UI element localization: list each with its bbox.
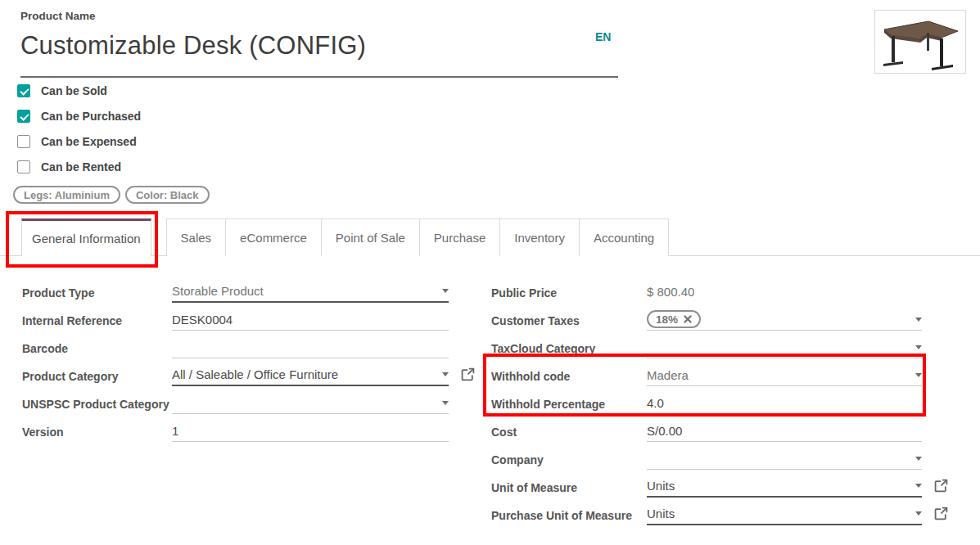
fields-left-column: Product Type Storable Product Internal R…	[22, 281, 449, 448]
chevron-down-icon	[442, 289, 449, 293]
external-link-icon[interactable]	[934, 479, 948, 493]
variant-tag-color[interactable]: Color: Black	[125, 186, 210, 204]
tab-ecommerce[interactable]: eCommerce	[225, 218, 322, 256]
variant-tags: Legs: Aluminium Color: Black	[13, 186, 215, 204]
taxcloud-category-select[interactable]	[647, 336, 922, 358]
product-category-select[interactable]: All / Saleable / Office Furniture	[172, 364, 449, 386]
field-customer-taxes: Customer Taxes 18%	[491, 309, 922, 331]
product-title-input[interactable]: Customizable Desk (CONFIG)	[20, 31, 618, 61]
field-version: Version 1	[22, 420, 449, 442]
unit-of-measure-select[interactable]: Units	[647, 475, 922, 498]
purchase-uom-select[interactable]: Units	[647, 503, 922, 525]
checkbox-can-be-purchased[interactable]: Can be Purchased	[17, 110, 141, 123]
chevron-down-icon	[915, 318, 922, 322]
checkbox-can-be-expensed[interactable]: Can be Expensed	[17, 135, 141, 148]
checkbox-unchecked-icon[interactable]	[17, 135, 30, 148]
withhold-code-select[interactable]: Madera	[647, 364, 922, 386]
tab-point-of-sale[interactable]: Point of Sale	[321, 218, 420, 256]
field-product-type: Product Type Storable Product	[22, 281, 449, 303]
chevron-down-icon	[915, 457, 922, 461]
chevron-down-icon	[442, 401, 449, 405]
header: Product Name Customizable Desk (CONFIG)	[20, 10, 618, 61]
variant-tag-legs[interactable]: Legs: Aluminium	[13, 186, 120, 204]
field-withhold-code: Withhold code Madera	[491, 364, 922, 386]
product-form-page: Product Name Customizable Desk (CONFIG) …	[0, 0, 980, 545]
field-withhold-percentage: Withhold Percentage 4.0	[491, 392, 922, 414]
tab-accounting[interactable]: Accounting	[579, 218, 669, 256]
tab-sales[interactable]: Sales	[166, 218, 227, 256]
public-price-value: $ 800.40	[647, 281, 922, 303]
customer-taxes-select[interactable]: 18%	[647, 309, 922, 331]
language-badge[interactable]: EN	[595, 30, 611, 43]
field-unit-of-measure: Unit of Measure Units	[491, 475, 922, 498]
field-barcode: Barcode	[22, 336, 449, 358]
field-public-price: Public Price $ 800.40	[491, 281, 922, 303]
chevron-down-icon	[915, 373, 922, 377]
checkbox-can-be-sold[interactable]: Can be Sold	[17, 84, 141, 97]
external-link-icon[interactable]	[934, 507, 948, 520]
field-product-category: Product Category All / Saleable / Office…	[22, 364, 449, 386]
field-purchase-unit-of-measure: Purchase Unit of Measure Units	[491, 503, 922, 525]
field-unspsc-category: UNSPSC Product Category	[22, 392, 449, 414]
chevron-down-icon	[915, 511, 922, 516]
remove-tax-icon[interactable]	[684, 315, 692, 323]
version-input[interactable]: 1	[172, 420, 449, 442]
field-internal-reference: Internal Reference DESK0004	[22, 309, 449, 331]
checkbox-can-be-rented[interactable]: Can be Rented	[17, 160, 141, 173]
checkbox-checked-icon[interactable]	[17, 110, 30, 123]
checkbox-unchecked-icon[interactable]	[17, 160, 30, 173]
chevron-down-icon	[915, 345, 922, 349]
notebook-tabs: General Information Sales eCommerce Poin…	[0, 218, 980, 256]
barcode-input[interactable]	[172, 336, 449, 358]
tab-purchase[interactable]: Purchase	[419, 218, 500, 256]
unspsc-category-select[interactable]	[172, 392, 449, 414]
chevron-down-icon	[442, 372, 449, 376]
withhold-percentage-input[interactable]: 4.0	[647, 392, 922, 414]
product-type-select[interactable]: Storable Product	[172, 281, 449, 303]
field-cost: Cost S/0.00	[491, 420, 922, 442]
field-taxcloud-category: TaxCloud Category	[491, 336, 922, 358]
checkbox-checked-icon[interactable]	[17, 84, 30, 97]
chevron-down-icon	[915, 484, 922, 488]
product-name-label: Product Name	[20, 10, 618, 22]
external-link-icon[interactable]	[461, 367, 475, 381]
cost-input[interactable]: S/0.00	[647, 420, 922, 442]
tax-tag-pill: 18%	[647, 310, 701, 328]
field-company: Company	[491, 448, 922, 470]
internal-reference-input[interactable]: DESK0004	[172, 309, 449, 331]
product-image[interactable]	[874, 10, 966, 74]
tab-general-information[interactable]: General Information	[21, 218, 151, 257]
tab-inventory[interactable]: Inventory	[499, 218, 580, 256]
desk-image	[878, 13, 963, 70]
title-underline	[20, 76, 618, 78]
capability-checkboxes: Can be Sold Can be Purchased Can be Expe…	[17, 84, 141, 186]
fields-right-column: Public Price $ 800.40 Customer Taxes 18%…	[491, 281, 922, 531]
company-select[interactable]	[647, 448, 922, 470]
